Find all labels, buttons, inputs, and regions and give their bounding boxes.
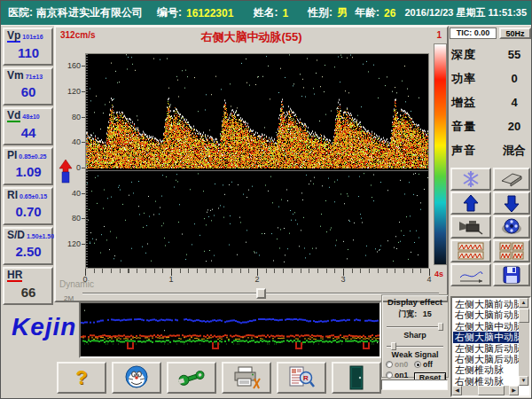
y-axis-tick-label: 40 — [58, 189, 81, 198]
radio-off-circle[interactable] — [414, 361, 421, 368]
param-row: 功率0 — [451, 66, 531, 90]
frequency-button[interactable]: 50Hz — [499, 27, 531, 39]
vessel-items: 左侧大脑前动脉右侧大脑前动脉左侧大脑中动脉右侧大脑中动脉左侧大脑后动脉右侧大脑后… — [453, 299, 519, 386]
scroll-right-button[interactable]: ▶ — [509, 386, 519, 395]
measurement-cell: RI0.65±0.150.70 — [3, 187, 53, 225]
vessel-item[interactable]: 左侧大脑前动脉 — [453, 299, 519, 309]
report-r-glyph: R — [303, 374, 309, 382]
radio-on0-circle[interactable] — [386, 361, 393, 368]
help-button[interactable]: ? — [57, 362, 106, 394]
x-axis-tick-label: 4 — [426, 275, 431, 284]
print-button[interactable] — [222, 362, 271, 394]
scroll-left-button[interactable]: ◀ — [452, 386, 462, 395]
y-axis-tick-label: 40 — [58, 137, 81, 146]
param-row: 音量20 — [451, 114, 531, 138]
mascot-button[interactable] — [112, 362, 161, 394]
status-field — [381, 379, 448, 390]
measurement-label: Vm — [7, 71, 24, 81]
gate-width-label: 门宽: — [398, 309, 417, 318]
measurement-reference: 0.85±0.25 — [19, 152, 46, 161]
x-axis-tick-label: 1 — [168, 275, 173, 284]
spectrum-panel: 312cm/s 右侧大脑中动脉(55) 1 160120804004080120… — [54, 26, 449, 302]
param-value: 混合 — [497, 143, 531, 159]
measurement-label: PI — [7, 151, 17, 160]
slider-thumb[interactable] — [256, 288, 266, 299]
measurement-reference: 48±10 — [22, 112, 39, 121]
report-icon: R — [288, 366, 315, 389]
radio-on1-label: on1 — [395, 371, 408, 379]
measurement-reference: 71±13 — [26, 72, 43, 82]
multi-trace-view-button[interactable] — [493, 239, 530, 262]
y-axis-tick-label: 120 — [58, 239, 81, 248]
baseline-marker[interactable] — [59, 158, 73, 184]
param-label: 音量 — [451, 119, 497, 135]
hospital-label: 医院: — [8, 5, 33, 20]
measurement-cell: Vm71±1360 — [3, 67, 53, 106]
vessel-item[interactable]: 右侧大脑后动脉 — [453, 354, 519, 364]
patient-name-value: 1 — [282, 7, 288, 20]
single-trace-view-button[interactable] — [450, 239, 491, 262]
param-label: 功率 — [451, 71, 497, 87]
measurement-value: 0.70 — [7, 204, 50, 219]
scroll-up-button[interactable]: ▲ — [519, 298, 528, 308]
param-label: 深度 — [451, 47, 497, 63]
x-axis-tick-label: 2 — [254, 275, 259, 284]
freeze-icon — [461, 169, 481, 189]
vessel-item[interactable]: 右侧大脑中动脉 — [453, 332, 519, 342]
x-axis-tick-label: 3 — [340, 275, 345, 284]
measurement-value: 44 — [7, 125, 50, 140]
vessel-item[interactable]: 右侧椎动脉 — [453, 376, 519, 386]
exit-button[interactable] — [332, 362, 381, 394]
setup-button[interactable] — [167, 362, 216, 394]
doppler-spectrum-display — [85, 53, 429, 269]
gate-width-slider[interactable] — [387, 323, 443, 331]
erase-button[interactable] — [493, 168, 530, 191]
radio-off-label: off — [423, 360, 433, 369]
vessel-item[interactable]: 左侧椎动脉 — [453, 364, 519, 375]
cine-loop-button[interactable] — [493, 215, 530, 239]
sharp-slider[interactable] — [387, 342, 443, 350]
age-value: 26 — [384, 7, 395, 20]
time-end-label: 4s — [434, 270, 443, 278]
radio-on1-circle[interactable] — [386, 372, 393, 379]
param-value: 20 — [497, 120, 531, 133]
gate-width-value: 15 — [423, 309, 432, 318]
vessel-horizontal-scrollbar[interactable]: ◀ ▶ — [452, 386, 519, 395]
vessel-item[interactable]: 左侧大脑后动脉 — [453, 343, 519, 354]
scale-up-button[interactable] — [450, 192, 491, 215]
sharp-label: Sharp — [382, 331, 448, 340]
record-button[interactable] — [450, 215, 491, 239]
tool-button-grid — [450, 168, 530, 286]
report-button[interactable]: R — [277, 362, 326, 394]
spectrum-canvas — [86, 54, 428, 268]
scale-down-button[interactable] — [493, 192, 530, 215]
tcd-application-window: 医院: 南京科进实业有限公司 编号: 16122301 姓名: 1 性别: 男 … — [0, 0, 532, 399]
param-row: 增益4 — [451, 90, 531, 114]
scroll-down-button[interactable]: ▼ — [519, 376, 528, 386]
vessel-vertical-scrollbar[interactable]: ▲ ▼ — [519, 298, 529, 386]
radio-on0[interactable]: on0 — [386, 360, 414, 369]
radio-on1[interactable]: on1 — [386, 371, 414, 379]
tic-display: TIC: 0.00 — [450, 27, 497, 39]
vessel-item[interactable]: 右侧大脑前动脉 — [453, 309, 519, 320]
gender-label: 性别: — [308, 5, 332, 20]
slider-thumb[interactable] — [438, 323, 443, 331]
param-value: 0 — [497, 72, 531, 85]
vessel-item[interactable]: 左侧大脑中动脉 — [453, 321, 519, 332]
horizontal-scroll-thumb[interactable] — [478, 386, 505, 395]
wrench-icon — [177, 367, 206, 388]
slider-thumb[interactable] — [391, 342, 396, 350]
save-button[interactable] — [493, 263, 530, 286]
measurement-label: HR — [7, 270, 22, 282]
param-label: 声音 — [451, 143, 497, 159]
save-icon — [503, 266, 520, 284]
radio-off[interactable]: off — [414, 360, 446, 369]
multi-trace-icon — [499, 242, 524, 261]
trend-curve-button[interactable] — [450, 263, 491, 286]
measurement-cell: S/D1.50±1.502.50 — [3, 227, 53, 265]
arrow-up-icon — [463, 194, 479, 213]
mascot-icon — [123, 364, 150, 391]
vertical-scroll-thumb[interactable] — [519, 309, 529, 323]
measurement-value: 60 — [7, 84, 50, 99]
freeze-button[interactable] — [450, 168, 491, 191]
